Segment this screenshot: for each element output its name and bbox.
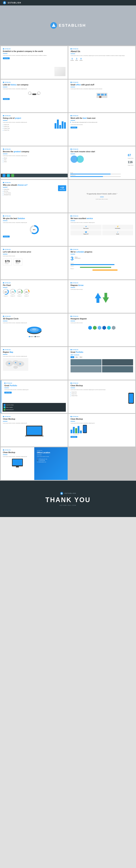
portfolio-tabs: Title Title Title <box>71 356 133 358</box>
slide-18-title: Hexagone diagram <box>71 317 133 320</box>
bar-chart-2 <box>71 426 82 433</box>
svg-rect-10 <box>97 94 100 96</box>
f-vision: Vision <box>3 159 65 161</box>
slide-25: ESTABLISH Clean Mockup Lorem ipsum dolor… <box>1 447 68 480</box>
cover-logo-icon <box>50 22 57 29</box>
slide-22-label: ESTABLISH <box>71 382 133 384</box>
tab-title-2[interactable]: Title <box>75 356 78 358</box>
slide-6: ESTABLISH Work with the best team ever T… <box>68 113 135 146</box>
slide-12-label: ESTABLISH <box>71 215 133 217</box>
progress-bar-1 <box>70 174 121 175</box>
portfolio-grid <box>71 359 133 372</box>
slide-6-btn[interactable]: Read More <box>71 127 77 128</box>
tab-title-3[interactable]: Title <box>79 356 82 358</box>
slide-4-accent <box>71 87 75 87</box>
slide-13-accent <box>3 254 7 254</box>
slide-21: ESTABLISH Great Portfolio Lorem ipsum do… <box>1 380 68 413</box>
pie-1-label: Category A <box>3 296 9 297</box>
dark-panel-item-1: Virtual Tour Studio <box>4 404 65 406</box>
slide-18-body: Lorem ipsum dolor sit amet. <box>71 322 133 323</box>
hex-2 <box>93 326 97 330</box>
slide-9-label: ESTABLISH <box>3 182 65 183</box>
hex-6 <box>112 326 115 330</box>
f-team: Best Team <box>3 190 65 192</box>
slide-14-title: We've schedule progress <box>71 251 133 253</box>
slide-16: ESTABLISH Diagram Arrow Lorem ipsum dolo… <box>68 280 135 313</box>
slide-11-donut: 60% <box>3 225 65 234</box>
service-4: ✓ Quality <box>102 230 133 235</box>
legend-2-label: Series B <box>36 336 39 337</box>
thank-you-text: THANK YOU <box>45 496 91 504</box>
svg-rect-4 <box>32 94 36 95</box>
svg-rect-12 <box>105 94 106 96</box>
bc2-bar-4 <box>78 426 79 433</box>
legend-2-color <box>35 336 36 337</box>
slide-15-accent <box>3 287 7 288</box>
thank-you-sub: ESTABLISH.COM <box>60 504 76 506</box>
dark-label-1: Virtual Tour Studio <box>6 404 13 405</box>
stat-2: 3 Offices <box>75 58 78 61</box>
slide-24-btn[interactable]: Read More <box>71 436 77 438</box>
slide-1-accent <box>3 54 7 54</box>
phone-screen <box>129 394 133 403</box>
slide-21-bottom: Virtual Tour Studio Motion Graphics Web … <box>3 403 66 412</box>
slide-9: ESTABLISH Why you should choose us? Qual… <box>1 180 68 213</box>
slide-12-accent <box>71 221 75 221</box>
slide-21-bar <box>4 388 9 388</box>
dark-panel-item-3: Web Development <box>4 409 65 410</box>
slide-11-btn[interactable]: Read More <box>3 236 10 238</box>
pie-3-label: Category C <box>17 296 23 297</box>
gantt-bar-3 <box>93 270 117 271</box>
slide-7-features: Mission Vision Values <box>3 157 65 163</box>
office-address: 📍 123 Business St, City <box>37 459 65 460</box>
office-email: ✉ info@establish.com <box>37 461 65 463</box>
service-2-icon: ⚡ <box>103 225 133 227</box>
slide-21-btn[interactable]: View Project <box>4 392 11 394</box>
pie-2-label: Category B <box>10 296 15 297</box>
stat-1-num: 5 <box>71 58 74 60</box>
bar-4 <box>62 121 64 129</box>
slide-17-body: Lorem ipsum dolor sit amet, consectetur … <box>3 322 65 323</box>
stat-1-label: Projects <box>71 60 74 61</box>
cm-feature-1: Feature One <box>71 391 133 393</box>
cm-feature-3: Feature Three <box>71 395 133 397</box>
slide-15: ESTABLISH Pie Chart 43% Category A 17% C… <box>1 280 68 313</box>
brand-icon <box>3 1 6 4</box>
service-3-icon: ☎ <box>71 231 101 233</box>
pie-group-2: 17% Category B <box>10 289 15 297</box>
slide-3-visual <box>3 91 65 97</box>
service-1: ★ Best Service <box>71 225 102 229</box>
slide-3-btn[interactable]: Read More <box>3 98 10 100</box>
slide-1-btn[interactable]: Read More <box>3 57 10 59</box>
slide-2: ESTABLISH About Us Lorem ipsum dolor sit… <box>68 46 135 79</box>
slide-24-accent <box>71 421 75 422</box>
stat-87-label: Projects Done <box>128 158 133 159</box>
slide-4-title: Small office with good stuff <box>71 84 133 86</box>
panel-icon-3 <box>11 174 14 177</box>
legend-1-color <box>29 336 30 337</box>
slide-23-laptop <box>3 426 65 436</box>
slide-19-label: ESTABLISH <box>3 349 65 350</box>
slide-17-legend: Series A Series B <box>3 336 65 337</box>
progress-label-1: Design <box>70 172 121 173</box>
slide-24-title: Clean Mockup <box>71 418 133 420</box>
f-mission: Mission <box>3 157 65 159</box>
monitor-device <box>12 459 23 466</box>
tab-title-1[interactable]: Title <box>71 356 74 358</box>
years-label: Years Experience <box>75 256 80 261</box>
slide-19-body: Lorem ipsum dolor sit amet, consectetur … <box>3 355 65 357</box>
stat-2-label: Offices <box>75 60 78 61</box>
slide-2-body: Lorem ipsum dolor sit amet, consectetur … <box>71 55 133 56</box>
service-1-label: Best Service <box>71 228 101 229</box>
top-bar: ESTABLISH <box>0 0 136 5</box>
slide-23-accent <box>3 421 7 422</box>
slide-25-body: Lorem ipsum dolor sit amet, consectetur … <box>3 456 32 457</box>
slide-25-left: ESTABLISH Clean Mockup Lorem ipsum dolor… <box>1 447 34 480</box>
gantt-label-2: Phase 2 <box>71 266 133 267</box>
arrow-down-icon <box>103 293 109 303</box>
slide-11: ESTABLISH We give the best Solution Lore… <box>1 213 68 246</box>
pie-1: 43% <box>3 289 9 294</box>
bc2-bar-5 <box>80 431 82 433</box>
slide-25-title: Clean Mockup <box>3 451 32 454</box>
slide-2-label: ESTABLISH <box>71 48 133 50</box>
